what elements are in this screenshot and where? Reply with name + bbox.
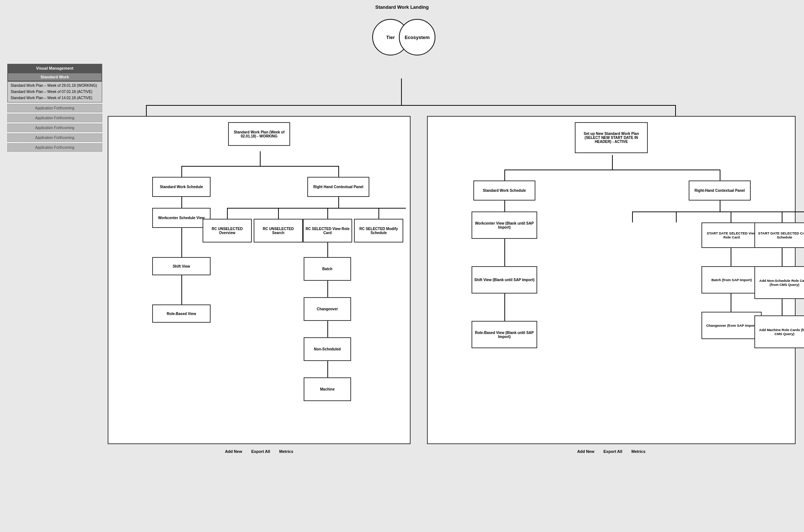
p2-export-btn[interactable]: Export All: [603, 449, 622, 454]
p2-v-changeover: [731, 294, 731, 312]
connector-h-left: [146, 105, 401, 106]
sidebar-submenu: Standard Work Plan – Week of 29.01.18 (W…: [7, 81, 102, 102]
p1-sub3-3: Non-Scheduled: [304, 337, 351, 361]
sidebar-item-3[interactable]: Standard Work Plan – Week of 14.02.18 (A…: [11, 96, 99, 101]
p2-h-sub2: [632, 211, 804, 212]
p1-footer: Add New Export All Metrics: [225, 449, 293, 454]
p1-add-btn[interactable]: Add New: [225, 449, 242, 454]
p1-child2: Right Hand Contextual Panel: [307, 177, 369, 197]
p1-v1: [260, 151, 261, 166]
page-container: Standard Work Landing Tier Ecosystem Vis…: [0, 0, 804, 532]
p2-h1: [504, 170, 720, 170]
sidebar-visual-mgmt[interactable]: Visual Management: [7, 64, 102, 73]
p2-sub3-3: Add Non-Schedule Role Cards (from CMS Qu…: [754, 266, 804, 299]
sidebar-app-1: Application Forthcoming: [7, 104, 102, 112]
p1-export-btn[interactable]: Export All: [251, 449, 270, 454]
p2-v1: [612, 155, 613, 170]
p1-sub3-4: Machine: [304, 377, 351, 401]
p2-v-add-non: [782, 248, 782, 266]
p1-h1: [181, 166, 338, 167]
p2-sub1-2: Shift View (Blank until SAP Import): [472, 266, 537, 294]
p1-v-sub2-1: [227, 208, 228, 219]
p2-v-s1: [504, 201, 505, 211]
panel1: Standard Work Plan (Week of 02.01.18) - …: [108, 116, 411, 444]
p1-child1: Standard Work Schedule: [152, 177, 211, 197]
p2-add-btn[interactable]: Add New: [577, 449, 594, 454]
connector-h-right: [401, 105, 675, 106]
sidebar-app-4: Application Forthcoming: [7, 133, 102, 142]
p1-sub3-2: Changeover: [304, 297, 351, 321]
p1-v-s1-2: [181, 228, 182, 257]
p2-v-batch: [731, 248, 731, 266]
p1-sub2-1: RC UNSELECTED Overview: [203, 219, 252, 242]
sidebar-app-5: Application Forthcoming: [7, 143, 102, 152]
p1-v-changeover: [327, 281, 328, 297]
p2-child2: Right-Hand Contextual Panel: [689, 180, 751, 201]
p2-v-c1: [504, 170, 505, 180]
p1-v-sub1: [181, 197, 182, 208]
p2-footer: Add New Export All Metrics: [577, 449, 645, 454]
p2-sub1-3: Role-Based View (Blank until SAP Import): [472, 321, 537, 348]
p1-sub1-2: Shift View: [152, 257, 211, 275]
p1-v-sub2-2: [278, 208, 279, 219]
panel2: Set up New Standard Work Plan (SELECT NE…: [427, 116, 796, 444]
p1-v-child2: [338, 166, 339, 177]
p2-v-s1-3: [504, 294, 505, 321]
p2-v-sub2-2: [676, 211, 677, 222]
p1-metrics-btn[interactable]: Metrics: [279, 449, 293, 454]
ecosystem-circle: Ecosystem: [399, 19, 435, 55]
p1-v-child1: [181, 166, 182, 177]
sidebar-item-1[interactable]: Standard Work Plan – Week of 29.01.18 (W…: [11, 83, 99, 88]
p1-sub1-1: Workcenter Schedule View: [152, 208, 211, 228]
p2-sub2-2: START DATE SELECTED Create Schedule: [754, 222, 804, 248]
p2-v-sub2-start: [731, 211, 731, 222]
p1-root-node: Standard Work Plan (Week of 02.01.18) - …: [228, 122, 290, 146]
connector-v-right: [675, 105, 676, 116]
connector-v-left: [146, 105, 147, 116]
sidebar: Visual Management Standard Work Standard…: [7, 64, 102, 152]
p1-sub3-1: Batch: [304, 257, 351, 281]
p2-v-sub2-down: [720, 201, 720, 211]
p1-sub2-3: RC SELECTED View Role Card: [303, 219, 352, 242]
p1-sub2-2: RC UNSELECTED Search: [254, 219, 303, 242]
circles-container: Tier Ecosystem: [0, 13, 804, 61]
sidebar-item-2[interactable]: Standard Work Plan – Week of 07.02.18 (A…: [11, 89, 99, 94]
p2-v-sub2-1: [632, 211, 633, 222]
p2-sub1-1: Workcenter View (Blank until SAP Import): [472, 211, 537, 239]
p2-v-sub2-create: [782, 211, 782, 222]
p1-sub2-4: RC SELECTED Modify Schedule: [354, 219, 403, 242]
p1-v-s1-3: [181, 275, 182, 304]
connector-line: [401, 78, 402, 106]
p2-v-c2: [720, 170, 720, 180]
p1-v-nonscheduled: [327, 321, 328, 337]
sidebar-app-2: Application Forthcoming: [7, 114, 102, 122]
p2-root-node: Set up New Standard Work Plan (SELECT NE…: [575, 122, 648, 153]
sidebar-app-3: Application Forthcoming: [7, 124, 102, 132]
p2-sub3-4: Add Machine Role Cards (from CMS Query): [754, 315, 804, 348]
p2-sub2-1: START DATE SELECTED View Role Card: [701, 222, 762, 248]
p1-sub1-3: Role-Based View: [152, 304, 211, 323]
p1-v-sub2-3: [327, 208, 328, 219]
p1-v-sub2-4: [378, 208, 379, 219]
p2-v-s1-2: [504, 239, 505, 266]
p2-sub3-2: Changeover (from SAP Import): [701, 312, 762, 339]
p1-v-machine: [327, 361, 328, 377]
p1-v-sub2-down: [338, 197, 339, 208]
p1-v-batch: [327, 242, 328, 257]
page-title: Standard Work Landing: [0, 0, 804, 10]
p2-v-add-machine: [782, 299, 782, 315]
p2-sub3-1: Batch (from SAP Import): [701, 266, 762, 294]
sidebar-standard-work[interactable]: Standard Work: [7, 73, 102, 81]
p2-child1: Standard Work Schedule: [473, 180, 535, 201]
p2-metrics-btn[interactable]: Metrics: [631, 449, 646, 454]
